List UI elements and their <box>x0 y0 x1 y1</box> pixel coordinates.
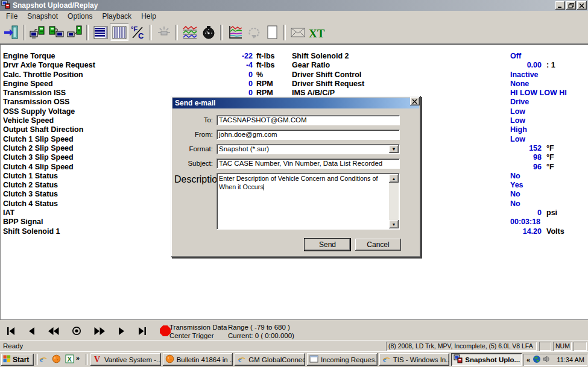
parameter-unit: psi <box>546 209 557 218</box>
excel-icon[interactable]: X <box>65 354 74 366</box>
step-back-icon[interactable] <box>28 327 36 335</box>
data-row: Calc. Throttle Position0% <box>1 71 289 80</box>
strip-chart-icon[interactable] <box>180 24 199 41</box>
parameter-value: Inactive <box>510 71 539 80</box>
dialog-close-icon[interactable] <box>410 97 420 105</box>
graph-icon[interactable] <box>225 24 244 41</box>
rewind-icon[interactable] <box>48 327 59 335</box>
data-row: Gear Ratio0.00: 1 <box>289 61 588 70</box>
send-button[interactable]: Send <box>305 239 350 251</box>
menu-item-help[interactable]: Help <box>136 11 161 21</box>
column-view-icon[interactable] <box>110 24 128 41</box>
parameter-label: Calc. Throttle Position <box>3 71 83 80</box>
parameter-value: 0 <box>202 71 253 80</box>
parameter-value: 0 <box>497 209 542 218</box>
toolbar-separator <box>175 25 178 40</box>
start-label: Start <box>13 356 29 364</box>
parameter-label: Transmission ISS <box>3 89 66 98</box>
task-button[interactable]: Snapshot Uplo... <box>451 353 522 366</box>
status-text: Ready <box>3 342 23 350</box>
globe-icon[interactable] <box>533 355 541 365</box>
record-center-icon[interactable] <box>72 326 81 336</box>
playback-controls <box>6 325 171 336</box>
task-buttons: VVantive System -...Bulletin 41864 in ..… <box>90 353 522 366</box>
to-label: To: <box>174 115 213 125</box>
parameter-value: Low <box>510 116 525 125</box>
status-panel-empty2 <box>574 342 587 351</box>
fast-forward-icon[interactable] <box>94 327 105 335</box>
orange-ball-icon[interactable] <box>52 354 61 366</box>
parameter-label: BPP Signal <box>3 218 43 227</box>
row-view-icon[interactable] <box>91 24 110 41</box>
skip-end-icon[interactable] <box>138 327 147 335</box>
ie-icon[interactable]: e <box>39 354 48 366</box>
parameter-value: 00:03:18 <box>510 218 540 227</box>
task-button[interactable]: eTIS - Windows In... <box>379 353 450 366</box>
quick-launch: eX <box>39 354 74 366</box>
device-to-computer-icon[interactable] <box>46 24 65 41</box>
scroll-down-icon[interactable]: ▼ <box>389 220 399 228</box>
start-button[interactable]: Start <box>1 354 34 366</box>
audio-icon[interactable] <box>542 355 551 365</box>
menu-item-snapshot[interactable]: Snapshot <box>22 11 63 21</box>
vantive-icon: V <box>93 354 102 365</box>
playback-channel: Transmission Data <box>169 323 227 331</box>
num-lock-indicator: NUM <box>553 342 572 351</box>
menu-item-playback[interactable]: Playback <box>97 11 136 21</box>
parameter-label: Shift Solenoid 1 <box>3 227 60 236</box>
ie-icon: e <box>382 354 391 365</box>
subject-field[interactable]: TAC CASE Number, Vin Number, Data List R… <box>217 158 400 169</box>
temp-units-icon[interactable]: °FC <box>128 24 147 41</box>
windows-logo-icon <box>3 355 11 365</box>
description-field[interactable]: Enter Description of Vehicle Concern and… <box>217 173 400 230</box>
dialog-title: Send e-mail <box>175 99 215 107</box>
task-button[interactable]: Incoming Reques... <box>307 353 378 366</box>
playback-range: Range ( -79 to 680 ) <box>228 323 294 331</box>
toolbar-separator <box>220 25 223 40</box>
task-button[interactable]: Bulletin 41864 in ... <box>163 353 233 366</box>
parameter-unit: : 1 <box>546 61 555 70</box>
gauge-icon[interactable] <box>199 24 218 41</box>
parameter-value: 96 <box>497 163 542 172</box>
task-label: GM GlobalConnec... <box>248 356 305 363</box>
minimize-icon[interactable] <box>555 1 565 10</box>
task-button[interactable]: eGM GlobalConnec... <box>235 353 305 366</box>
restore-icon[interactable] <box>566 1 576 10</box>
chevron-down-icon[interactable]: ▼ <box>389 145 399 153</box>
description-scrollbar[interactable]: ▲ ▼ <box>389 174 399 228</box>
application-window: Snapshot Upload/Replay FileSnapshotOptio… <box>0 0 588 367</box>
tools-icon[interactable]: XT <box>307 24 326 41</box>
tray-chevron[interactable]: « <box>526 356 530 363</box>
svg-text:V: V <box>94 355 100 363</box>
parameter-value: Off <box>510 52 521 61</box>
close-icon[interactable] <box>577 1 587 10</box>
parameter-unit: °F <box>546 153 554 162</box>
dialog-titlebar[interactable]: Send e-mail <box>172 98 419 108</box>
parameter-unit: °F <box>546 163 554 172</box>
parameter-value: 14.20 <box>497 227 542 236</box>
to-field[interactable]: TACSNAPSHOT@GM.COM <box>217 115 400 125</box>
taskbar: Start eX » VVantive System -...Bulletin … <box>0 351 588 367</box>
scroll-up-icon[interactable]: ▲ <box>389 174 399 183</box>
menu-item-options[interactable]: Options <box>63 11 97 21</box>
menu-item-file[interactable]: File <box>1 11 22 21</box>
email-icon[interactable] <box>288 24 307 41</box>
parameter-label: Driver Shift Request <box>292 80 364 89</box>
format-select[interactable]: Snapshot (*.sur) ▼ <box>217 144 400 154</box>
task-button[interactable]: VVantive System -... <box>90 353 161 366</box>
upload-computer-icon[interactable] <box>28 24 46 41</box>
from-field[interactable]: john.doe@gm.com <box>217 130 400 140</box>
computer-to-device-icon[interactable] <box>65 24 84 41</box>
parameter-value: -4 <box>202 61 253 70</box>
parameter-label: Clutch 3 Slip Speed <box>3 153 74 162</box>
step-forward-icon[interactable] <box>118 327 125 335</box>
cancel-button[interactable]: Cancel <box>355 239 401 251</box>
new-page-icon[interactable] <box>262 24 281 41</box>
skip-start-icon[interactable] <box>6 327 16 335</box>
app-icon <box>454 354 463 365</box>
quick-launch-overflow[interactable]: » <box>76 354 80 362</box>
parameter-unit: RPM <box>256 80 273 89</box>
exit-icon[interactable] <box>2 24 21 41</box>
playback-range-info: Range ( -79 to 680 ) Current: 0 ( 0:00.0… <box>228 323 294 340</box>
parameter-label: Engine Speed <box>3 80 53 89</box>
